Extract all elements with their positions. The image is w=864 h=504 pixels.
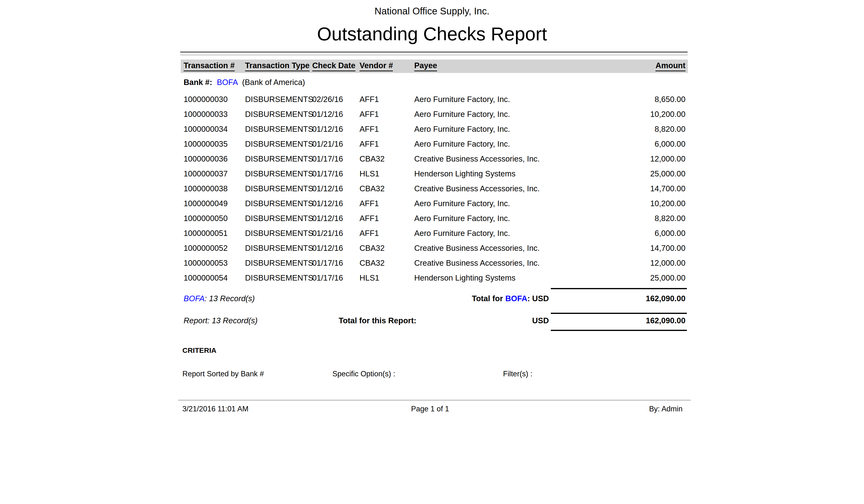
bank-record-count-text: : 13 Record(s) — [204, 294, 255, 303]
table-row: 1000000052 DISBURSEMENTS 01/12/16 CBA32 … — [0, 241, 864, 256]
bank-total-label-suffix: : USD — [527, 294, 549, 303]
cell-vendor-number: AFF1 — [360, 136, 379, 152]
cell-transaction-type: DISBURSEMENTS — [245, 256, 313, 271]
cell-vendor-number: CBA32 — [360, 181, 385, 196]
table-header-band: Transaction # Transaction Type Check Dat… — [181, 60, 688, 73]
cell-check-date: 01/17/16 — [312, 166, 343, 181]
column-header-check-date: Check Date — [312, 61, 356, 71]
cell-transaction-type: DISBURSEMENTS — [245, 181, 313, 196]
bank-total-amount: 162,090.00 — [646, 292, 685, 305]
cell-transaction-number: 1000000034 — [184, 122, 228, 136]
cell-transaction-type: DISBURSEMENTS — [245, 152, 313, 166]
report-total-row: Report: 13 Record(s) Total for this Repo… — [0, 314, 864, 327]
cell-amount: 6,000.00 — [655, 226, 685, 241]
cell-check-date: 01/21/16 — [312, 226, 343, 241]
cell-amount: 8,820.00 — [655, 211, 685, 226]
table-row: 1000000053 DISBURSEMENTS 01/17/16 CBA32 … — [0, 256, 864, 271]
cell-payee: Aero Furniture Factory, Inc. — [414, 211, 510, 226]
bank-total-label: Total forBOFA: USD — [472, 292, 549, 305]
cell-check-date: 01/17/16 — [312, 152, 343, 166]
cell-vendor-number: AFF1 — [360, 107, 379, 122]
report-total-currency: USD — [532, 314, 549, 327]
cell-payee: Creative Business Accessories, Inc. — [414, 241, 540, 256]
bank-group-header: Bank #: BOFA (Bank of America) — [184, 77, 305, 88]
cell-vendor-number: HLS1 — [360, 166, 380, 181]
top-divider-light — [180, 55, 687, 56]
criteria-specific-options: Specific Option(s) : — [332, 370, 395, 378]
table-row: 1000000054 DISBURSEMENTS 01/17/16 HLS1 H… — [0, 271, 864, 285]
cell-vendor-number: AFF1 — [360, 211, 379, 226]
report-title: Outstanding Checks Report — [0, 23, 864, 45]
cell-vendor-number: HLS1 — [360, 271, 380, 285]
cell-amount: 12,000.00 — [650, 256, 685, 271]
cell-vendor-number: AFF1 — [360, 92, 379, 107]
cell-transaction-type: DISBURSEMENTS — [245, 271, 313, 285]
cell-check-date: 01/12/16 — [312, 122, 343, 136]
footer-generated-by: By: Admin — [649, 405, 683, 413]
cell-payee: Henderson Lighting Systems — [414, 271, 516, 285]
cell-check-date: 01/21/16 — [312, 136, 343, 152]
cell-transaction-type: DISBURSEMENTS — [245, 92, 313, 107]
bank-code-link[interactable]: BOFA — [217, 78, 237, 87]
column-header-transaction-type: Transaction Type — [245, 61, 310, 71]
cell-transaction-type: DISBURSEMENTS — [245, 241, 313, 256]
cell-vendor-number: CBA32 — [360, 256, 385, 271]
cell-transaction-number: 1000000030 — [184, 92, 228, 107]
table-row: 1000000034 DISBURSEMENTS 01/12/16 AFF1 A… — [0, 122, 864, 136]
cell-payee: Aero Furniture Factory, Inc. — [414, 122, 510, 136]
table-row: 1000000050 DISBURSEMENTS 01/12/16 AFF1 A… — [0, 211, 864, 226]
cell-payee: Creative Business Accessories, Inc. — [414, 256, 540, 271]
cell-transaction-number: 1000000033 — [184, 107, 228, 122]
cell-amount: 25,000.00 — [650, 271, 685, 285]
criteria-filters: Filter(s) : — [503, 370, 532, 378]
cell-transaction-number: 1000000035 — [184, 136, 228, 152]
cell-check-date: 01/12/16 — [312, 211, 343, 226]
cell-amount: 6,000.00 — [655, 136, 685, 152]
top-divider-dark — [180, 51, 687, 53]
cell-check-date: 01/12/16 — [312, 241, 343, 256]
cell-amount: 25,000.00 — [650, 166, 685, 181]
cell-transaction-number: 1000000054 — [184, 271, 228, 285]
cell-amount: 14,700.00 — [650, 181, 685, 196]
cell-vendor-number: CBA32 — [360, 241, 385, 256]
cell-transaction-number: 1000000037 — [184, 166, 228, 181]
table-row: 1000000038 DISBURSEMENTS 01/12/16 CBA32 … — [0, 181, 864, 196]
cell-check-date: 01/17/16 — [312, 271, 343, 285]
bank-name: (Bank of America) — [242, 78, 305, 87]
cell-transaction-type: DISBURSEMENTS — [245, 122, 313, 136]
bank-group-label: Bank #: — [184, 78, 212, 87]
report-total-label: Total for this Report: — [339, 314, 416, 327]
cell-transaction-type: DISBURSEMENTS — [245, 136, 313, 152]
cell-amount: 10,200.00 — [650, 196, 685, 211]
column-header-amount: Amount — [656, 61, 685, 71]
footer-divider — [178, 400, 691, 401]
cell-transaction-number: 1000000053 — [184, 256, 228, 271]
report-record-count: Report: 13 Record(s) — [184, 314, 257, 327]
footer-page-number: Page 1 of 1 — [411, 405, 449, 413]
cell-payee: Aero Furniture Factory, Inc. — [414, 92, 510, 107]
table-row: 1000000033 DISBURSEMENTS 01/12/16 AFF1 A… — [0, 107, 864, 122]
cell-check-date: 01/17/16 — [312, 256, 343, 271]
cell-amount: 8,820.00 — [655, 122, 685, 136]
table-row: 1000000051 DISBURSEMENTS 01/21/16 AFF1 A… — [0, 226, 864, 241]
cell-transaction-number: 1000000049 — [184, 196, 228, 211]
cell-transaction-type: DISBURSEMENTS — [245, 166, 313, 181]
cell-check-date: 01/12/16 — [312, 107, 343, 122]
cell-transaction-type: DISBURSEMENTS — [245, 226, 313, 241]
cell-vendor-number: AFF1 — [360, 226, 379, 241]
footer-datetime: 3/21/2016 11:01 AM — [182, 405, 248, 413]
cell-amount: 12,000.00 — [650, 152, 685, 166]
cell-amount: 10,200.00 — [650, 107, 685, 122]
bank-code-link[interactable]: BOFA — [505, 294, 527, 303]
table-row: 1000000035 DISBURSEMENTS 01/21/16 AFF1 A… — [0, 136, 864, 152]
column-header-transaction-number: Transaction # — [184, 61, 235, 71]
bank-record-count: BOFA: 13 Record(s) — [184, 292, 255, 305]
bank-code-link[interactable]: BOFA — [184, 294, 204, 303]
cell-payee: Aero Furniture Factory, Inc. — [414, 226, 510, 241]
cell-vendor-number: CBA32 — [360, 152, 385, 166]
cell-transaction-number: 1000000051 — [184, 226, 228, 241]
cell-amount: 14,700.00 — [650, 241, 685, 256]
cell-payee: Aero Furniture Factory, Inc. — [414, 136, 510, 152]
bank-total-rule — [551, 288, 687, 289]
cell-transaction-type: DISBURSEMENTS — [245, 196, 313, 211]
